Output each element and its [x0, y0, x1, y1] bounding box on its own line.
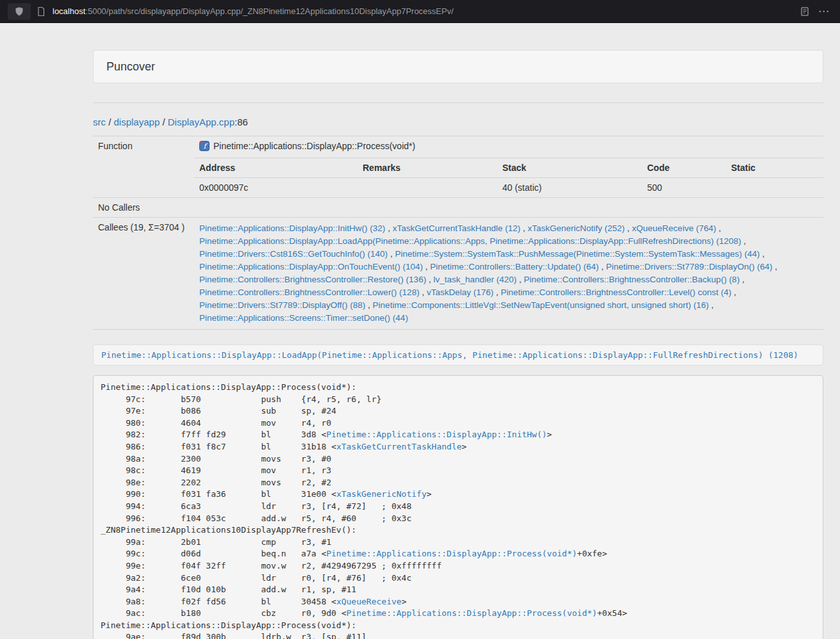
- callee-link[interactable]: Pinetime::Applications::Screens::Timer::…: [199, 313, 408, 323]
- callee-link[interactable]: Pinetime::Controllers::BrightnessControl…: [199, 275, 426, 284]
- content-divider: [93, 102, 823, 103]
- callees-list: Pinetime::Applications::DisplayApp::Init…: [194, 218, 823, 330]
- url-path: :5000/path/src/displayapp/DisplayApp.cpp…: [85, 6, 454, 16]
- values-row: 0x0000097c 40 (static) 500: [93, 178, 823, 198]
- function-name: Pinetime::Applications::DisplayApp::Proc…: [213, 141, 415, 151]
- column-header-code: Code: [642, 158, 726, 178]
- callee-link[interactable]: Pinetime::Applications::DisplayApp::Load…: [199, 236, 741, 246]
- no-callers-cell: [194, 198, 823, 218]
- disassembly-symbol-link[interactable]: Pinetime::Applications::DisplayApp::Proc…: [326, 549, 577, 558]
- function-name-cell: f Pinetime::Applications::DisplayApp::Pr…: [194, 136, 823, 158]
- page-icon[interactable]: [37, 6, 45, 17]
- column-header-remarks: Remarks: [358, 158, 497, 178]
- disassembly-symbol-link[interactable]: Pinetime::Applications::DisplayApp::Init…: [326, 430, 547, 439]
- columns-header-row: Address Remarks Stack Code Static: [93, 158, 823, 178]
- breadcrumb-separator: /: [160, 117, 168, 127]
- url-bar[interactable]: localhost:5000/path/src/displayapp/Displ…: [53, 6, 454, 16]
- disassembly-symbol-link[interactable]: xTaskGenericNotify: [336, 489, 427, 499]
- callee-link[interactable]: Pinetime::Applications::DisplayApp::OnTo…: [199, 262, 423, 271]
- callees-row: Callees (19, Σ=3704 ) Pinetime::Applicat…: [93, 218, 823, 330]
- callees-label: Callees (19, Σ=3704 ): [93, 218, 194, 330]
- disassembly-symbol-link[interactable]: xQueueReceive: [336, 597, 402, 606]
- function-row: Function f Pinetime::Applications::Displ…: [93, 136, 823, 158]
- brand-title[interactable]: Puncover: [106, 60, 155, 74]
- app-page: Puncover src / displayapp / DisplayApp.c…: [93, 50, 823, 639]
- breadcrumb-link[interactable]: displayapp: [114, 117, 160, 127]
- selected-callee-well: Pinetime::Applications::DisplayApp::Load…: [93, 344, 823, 366]
- breadcrumb-link[interactable]: src: [93, 117, 106, 127]
- column-header-address: Address: [194, 158, 358, 178]
- callee-link[interactable]: Pinetime::Controllers::BrightnessControl…: [500, 287, 731, 297]
- callee-link[interactable]: Pinetime::Drivers::Cst816S::GetTouchInfo…: [199, 249, 388, 259]
- callee-link[interactable]: xTaskGenericNotify (252): [528, 223, 625, 233]
- no-callers-row: No Callers: [93, 198, 823, 218]
- no-callers-label: No Callers: [93, 198, 194, 218]
- callee-link[interactable]: Pinetime::System::SystemTask::PushMessag…: [395, 249, 759, 259]
- column-header-stack: Stack: [497, 158, 642, 178]
- app-navbar: Puncover: [93, 50, 823, 83]
- selected-callee-link[interactable]: Pinetime::Applications::DisplayApp::Load…: [101, 350, 798, 360]
- callee-link[interactable]: Pinetime::Drivers::St7789::DisplayOff() …: [199, 300, 365, 310]
- value-stack: 40 (static): [497, 178, 642, 198]
- function-table: Function f Pinetime::Applications::Displ…: [93, 136, 823, 330]
- callee-link[interactable]: Pinetime::Components::LittleVgl::SetNewT…: [373, 300, 709, 310]
- function-row-label: Function: [93, 136, 194, 198]
- disassembly-symbol-link[interactable]: Pinetime::Applications::DisplayApp::Proc…: [347, 608, 597, 618]
- callee-link[interactable]: Pinetime::Controllers::BrightnessControl…: [199, 287, 420, 297]
- value-code: 500: [642, 178, 726, 198]
- disassembly-block: Pinetime::Applications::DisplayApp::Proc…: [93, 375, 823, 639]
- browser-chrome: localhost:5000/path/src/displayapp/Displ…: [0, 0, 840, 23]
- tracking-shield-button[interactable]: [8, 3, 31, 20]
- callee-link[interactable]: Pinetime::Applications::DisplayApp::Init…: [199, 223, 385, 233]
- column-header-static: Static: [726, 158, 823, 178]
- breadcrumb-line-number: :86: [235, 117, 248, 127]
- ellipsis-menu-icon[interactable]: ⋯: [816, 6, 832, 17]
- callee-link[interactable]: lv_task_handler (420): [433, 275, 516, 284]
- value-static: [726, 178, 823, 198]
- disassembly-symbol-link[interactable]: xTaskGetCurrentTaskHandle: [336, 442, 462, 451]
- callee-link[interactable]: xTaskGetCurrentTaskHandle (12): [393, 223, 521, 233]
- value-address: 0x0000097c: [194, 178, 358, 198]
- callee-link[interactable]: vTaskDelay (176): [427, 287, 493, 297]
- callee-link[interactable]: Pinetime::Controllers::Battery::Update()…: [430, 262, 598, 271]
- callee-link[interactable]: Pinetime::Drivers::St7789::DisplayOn() (…: [606, 262, 773, 271]
- callee-link[interactable]: Pinetime::Controllers::BrightnessControl…: [524, 275, 740, 284]
- callee-link[interactable]: xQueueReceive (764): [632, 223, 716, 233]
- breadcrumb: src / displayapp / DisplayApp.cpp:86: [93, 117, 823, 127]
- shield-icon: [14, 6, 24, 17]
- url-host: localhost: [53, 6, 85, 16]
- function-icon: f: [199, 141, 210, 153]
- breadcrumb-link[interactable]: DisplayApp.cpp: [168, 117, 235, 127]
- value-remarks: [358, 178, 497, 198]
- breadcrumb-separator: /: [106, 117, 114, 127]
- reader-view-icon[interactable]: [800, 6, 810, 17]
